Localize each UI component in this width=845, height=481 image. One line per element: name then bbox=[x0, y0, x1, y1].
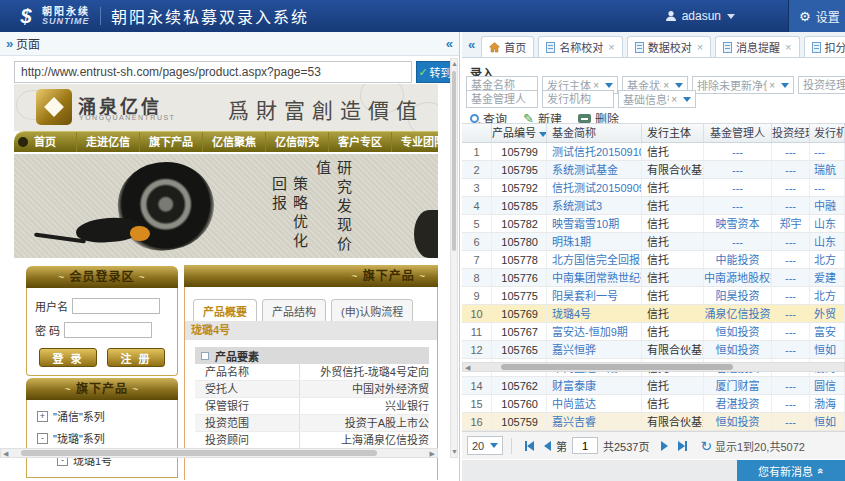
site-nav-item[interactable]: 走进亿信 bbox=[77, 132, 140, 152]
table-row[interactable]: 8 105776 中南集团常熟世纪确城 信托 中南源地股权投资 --- 爱建 bbox=[462, 269, 845, 287]
chevron-down-icon[interactable] bbox=[781, 83, 789, 88]
cell-invest-manager-link[interactable]: --- bbox=[772, 323, 810, 340]
tab-message-reminder[interactable]: 消息提醒 × bbox=[715, 36, 799, 57]
prev-page-button[interactable] bbox=[544, 441, 551, 451]
new-message-bar[interactable]: 您有新消息 « bbox=[737, 460, 845, 481]
cell-invest-manager-link[interactable]: --- bbox=[772, 179, 810, 196]
cell-issuing-org-link[interactable]: 爱建 bbox=[810, 269, 845, 286]
cell-issuing-org-link[interactable]: 恒如 bbox=[810, 413, 845, 430]
username-field[interactable] bbox=[72, 298, 160, 314]
tab-product-summary[interactable]: 产品概要 bbox=[193, 299, 257, 322]
col-fund-name[interactable]: 基金简称 bbox=[547, 124, 642, 142]
tabs-scroll-left-icon[interactable]: « bbox=[468, 37, 475, 52]
page-size-select[interactable]: 20 bbox=[467, 436, 503, 455]
col-issuer-type[interactable]: 发行主体 bbox=[642, 124, 704, 142]
tab-score-stats[interactable]: 扣分绩效统计 × bbox=[804, 36, 845, 57]
scroll-left-icon[interactable]: ◀ bbox=[3, 450, 8, 458]
tree-item-longlu-series[interactable]: - "珑璐"系列 bbox=[37, 430, 105, 446]
cell-fund-manager-link[interactable]: --- bbox=[704, 161, 772, 178]
site-nav-item[interactable]: 专业团队 bbox=[392, 132, 438, 152]
cell-fund-name-link[interactable]: 珑璐4号 bbox=[547, 305, 642, 322]
clear-icon[interactable]: × bbox=[669, 94, 679, 105]
cell-fund-name-link[interactable]: 测试信托20150910 bbox=[547, 143, 642, 160]
grid-horizontal-scrollbar[interactable]: ◀ bbox=[462, 362, 845, 372]
chevron-down-icon[interactable] bbox=[675, 83, 683, 88]
cell-fund-manager-link[interactable]: 君湛投资 bbox=[704, 395, 772, 412]
scrollbar-thumb[interactable] bbox=[452, 71, 456, 251]
cell-fund-manager-link[interactable]: 恒如投资 bbox=[704, 413, 772, 430]
cell-fund-manager-link[interactable]: 中南源地股权投资 bbox=[704, 269, 772, 286]
cell-invest-manager-link[interactable]: 郑宇 bbox=[772, 215, 810, 232]
chevron-down-icon[interactable] bbox=[605, 83, 613, 88]
clear-icon[interactable]: × bbox=[767, 80, 777, 91]
cell-invest-manager-link[interactable]: --- bbox=[772, 395, 810, 412]
close-icon[interactable]: × bbox=[697, 41, 703, 53]
table-row[interactable]: 12 105765 嘉兴恒骅 有限合伙基金 恒如投资 --- 恒如 bbox=[462, 341, 845, 359]
cell-issuing-org-link[interactable]: --- bbox=[810, 179, 845, 196]
tab-data-check[interactable]: 数据校对 × bbox=[627, 36, 711, 57]
cell-fund-manager-link[interactable]: --- bbox=[704, 179, 772, 196]
next-page-button[interactable] bbox=[661, 441, 668, 451]
tab-name-check[interactable]: 名称校对 × bbox=[538, 36, 622, 57]
cell-issuing-org-link[interactable]: 瑞航 bbox=[810, 161, 845, 178]
expand-panel-icon[interactable]: » bbox=[6, 36, 13, 51]
close-icon[interactable]: × bbox=[785, 41, 791, 53]
cell-issuing-org-link[interactable]: 圆信 bbox=[810, 377, 845, 394]
password-field[interactable] bbox=[64, 322, 152, 338]
clear-icon[interactable]: × bbox=[661, 80, 671, 91]
table-row[interactable]: 16 105759 嘉兴吉睿 有限合伙基金 恒如投资 --- 恒如 bbox=[462, 413, 845, 431]
tree-collapse-icon[interactable]: - bbox=[37, 433, 48, 444]
scroll-right-icon[interactable]: ▶ bbox=[430, 450, 435, 458]
login-button[interactable]: 登 录 bbox=[39, 348, 97, 367]
col-issuing-org[interactable]: 发行机构 bbox=[810, 124, 845, 142]
go-button[interactable]: ✓ 转到 bbox=[416, 61, 454, 83]
cell-issuing-org-link[interactable]: --- bbox=[810, 143, 845, 160]
cell-invest-manager-link[interactable]: --- bbox=[772, 233, 810, 250]
cell-fund-manager-link[interactable]: --- bbox=[704, 233, 772, 250]
scroll-up-icon[interactable]: ▲ bbox=[451, 60, 458, 68]
settings-button[interactable]: ⚙ 设置 bbox=[788, 0, 845, 32]
site-nav-item[interactable]: 首页 bbox=[14, 132, 77, 152]
page-number-input[interactable] bbox=[572, 437, 598, 454]
horizontal-scrollbar[interactable]: ◀ ▶ bbox=[0, 448, 438, 458]
cell-invest-manager-link[interactable]: --- bbox=[772, 197, 810, 214]
table-row[interactable]: 2 105795 系统测试基金 有限合伙基金 --- --- 瑞航 bbox=[462, 161, 845, 179]
cell-invest-manager-link[interactable]: --- bbox=[772, 143, 810, 160]
cell-fund-manager-link[interactable]: 涌泉亿信投资 bbox=[704, 305, 772, 322]
cell-fund-name-link[interactable]: 系统测试3 bbox=[547, 197, 642, 214]
table-row[interactable]: 7 105778 北方国信完全回报 信托 中能投资 --- 北方 bbox=[462, 251, 845, 269]
cell-fund-manager-link[interactable]: 厦门财富 bbox=[704, 377, 772, 394]
site-nav-item[interactable]: 亿信研究 bbox=[266, 132, 329, 152]
cell-issuing-org-link[interactable]: 外贸 bbox=[810, 305, 845, 322]
exclude-stale-combo[interactable]: 排除未更新净值基金 × bbox=[692, 76, 794, 94]
last-page-button[interactable] bbox=[678, 441, 687, 451]
first-page-button[interactable] bbox=[525, 441, 534, 451]
cell-fund-manager-link[interactable]: 恒如投资 bbox=[704, 341, 772, 358]
cell-fund-manager-link[interactable]: --- bbox=[704, 143, 772, 160]
fund-manager-input[interactable] bbox=[466, 90, 538, 108]
cell-issuing-org-link[interactable]: 北方 bbox=[810, 287, 845, 304]
tab-product-structure[interactable]: 产品结构 bbox=[262, 299, 326, 322]
cell-issuing-org-link[interactable]: 山东 bbox=[810, 233, 845, 250]
table-row[interactable]: 3 105792 信托测试20150909 信托 --- --- --- bbox=[462, 179, 845, 197]
table-row[interactable]: 10 105769 珑璐4号 信托 涌泉亿信投资 --- 外贸 bbox=[462, 305, 845, 323]
cell-fund-name-link[interactable]: 中南集团常熟世纪确城 bbox=[547, 269, 642, 286]
cell-invest-manager-link[interactable]: --- bbox=[772, 377, 810, 394]
cell-fund-name-link[interactable]: 富安达-恒加9期 bbox=[547, 323, 642, 340]
cell-invest-manager-link[interactable]: --- bbox=[772, 305, 810, 322]
cell-fund-name-link[interactable]: 中尚蓝达 bbox=[547, 395, 642, 412]
refresh-icon[interactable]: ↻ bbox=[700, 438, 712, 454]
cell-issuing-org-link[interactable]: 北方 bbox=[810, 251, 845, 268]
chevron-down-icon[interactable] bbox=[683, 97, 691, 102]
cell-fund-name-link[interactable]: 明珠1期 bbox=[547, 233, 642, 250]
tab-purchase-process[interactable]: (申)认购流程 bbox=[331, 299, 413, 322]
cell-invest-manager-link[interactable]: --- bbox=[772, 413, 810, 430]
cell-fund-manager-link[interactable]: --- bbox=[704, 197, 772, 214]
cell-fund-name-link[interactable]: 信托测试20150909 bbox=[547, 179, 642, 196]
cell-invest-manager-link[interactable]: --- bbox=[772, 287, 810, 304]
site-nav-item[interactable]: 旗下产品 bbox=[140, 132, 203, 152]
scroll-down-icon[interactable]: ▼ bbox=[451, 448, 458, 456]
cell-invest-manager-link[interactable]: --- bbox=[772, 269, 810, 286]
clear-icon[interactable]: × bbox=[591, 80, 601, 91]
cell-fund-name-link[interactable]: 映雪霜雪10期 bbox=[547, 215, 642, 232]
